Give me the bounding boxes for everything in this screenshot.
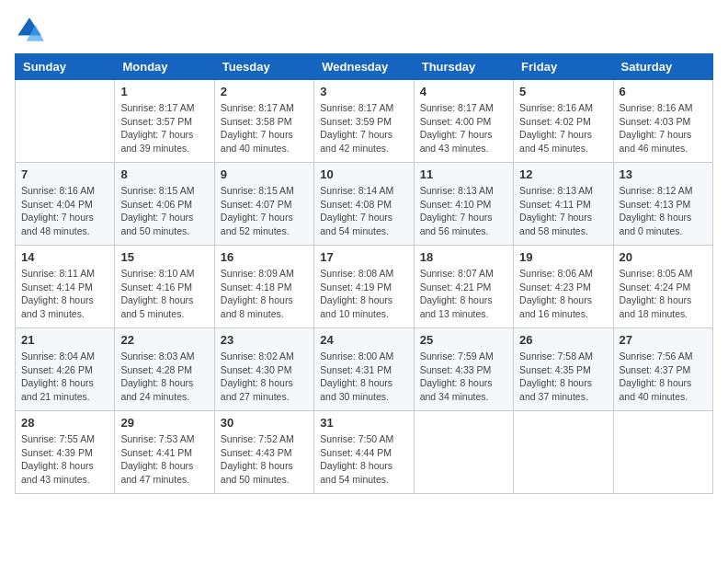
cell-content: Sunrise: 8:02 AMSunset: 4:30 PMDaylight:…: [221, 350, 308, 404]
calendar-cell: 24 Sunrise: 8:00 AMSunset: 4:31 PMDaylig…: [314, 328, 414, 411]
day-number: 30: [221, 416, 308, 430]
logo-icon: [15, 15, 44, 44]
calendar-cell: 10 Sunrise: 8:14 AMSunset: 4:08 PMDaylig…: [314, 163, 414, 246]
calendar-cell: 15 Sunrise: 8:10 AMSunset: 4:16 PMDaylig…: [115, 246, 214, 328]
calendar-cell: 25 Sunrise: 7:59 AMSunset: 4:33 PMDaylig…: [414, 328, 513, 411]
day-number: 29: [120, 416, 208, 430]
cell-content: Sunrise: 8:05 AMSunset: 4:24 PMDaylight:…: [620, 267, 707, 321]
calendar-cell: 2 Sunrise: 8:17 AMSunset: 3:58 PMDayligh…: [214, 80, 313, 163]
calendar-cell: 3 Sunrise: 8:17 AMSunset: 3:59 PMDayligh…: [314, 80, 414, 163]
calendar-header-row: SundayMondayTuesdayWednesdayThursdayFrid…: [16, 54, 713, 80]
calendar-cell: 9 Sunrise: 8:15 AMSunset: 4:07 PMDayligh…: [214, 163, 313, 246]
cell-content: Sunrise: 8:16 AMSunset: 4:04 PMDaylight:…: [21, 184, 108, 238]
cell-content: Sunrise: 7:55 AMSunset: 4:39 PMDaylight:…: [21, 432, 108, 487]
calendar-cell: [514, 411, 613, 494]
calendar-cell: 27 Sunrise: 7:56 AMSunset: 4:37 PMDaylig…: [613, 328, 712, 411]
calendar-header-tuesday: Tuesday: [214, 54, 313, 80]
cell-content: Sunrise: 8:15 AMSunset: 4:07 PMDaylight:…: [221, 184, 308, 238]
calendar-header-monday: Monday: [115, 54, 214, 80]
day-number: 23: [221, 333, 308, 347]
day-number: 8: [120, 167, 208, 181]
cell-content: Sunrise: 7:56 AMSunset: 4:37 PMDaylight:…: [620, 350, 707, 404]
calendar-cell: 7 Sunrise: 8:16 AMSunset: 4:04 PMDayligh…: [16, 163, 115, 246]
cell-content: Sunrise: 8:15 AMSunset: 4:06 PMDaylight:…: [120, 184, 208, 238]
day-number: 15: [120, 250, 208, 264]
calendar-cell: 5 Sunrise: 8:16 AMSunset: 4:02 PMDayligh…: [514, 80, 613, 163]
cell-content: Sunrise: 7:58 AMSunset: 4:35 PMDaylight:…: [519, 350, 607, 404]
calendar-cell: [16, 80, 115, 163]
calendar-cell: 28 Sunrise: 7:55 AMSunset: 4:39 PMDaylig…: [16, 411, 115, 494]
cell-content: Sunrise: 8:17 AMSunset: 4:00 PMDaylight:…: [420, 101, 507, 155]
day-number: 9: [221, 167, 308, 181]
calendar-cell: 20 Sunrise: 8:05 AMSunset: 4:24 PMDaylig…: [613, 246, 712, 328]
cell-content: Sunrise: 8:06 AMSunset: 4:23 PMDaylight:…: [519, 267, 607, 321]
day-number: 16: [221, 250, 308, 264]
cell-content: Sunrise: 8:12 AMSunset: 4:13 PMDaylight:…: [620, 184, 707, 238]
cell-content: Sunrise: 7:53 AMSunset: 4:41 PMDaylight:…: [120, 432, 208, 487]
calendar-cell: 14 Sunrise: 8:11 AMSunset: 4:14 PMDaylig…: [16, 246, 115, 328]
calendar-cell: 29 Sunrise: 7:53 AMSunset: 4:41 PMDaylig…: [115, 411, 214, 494]
day-number: 26: [519, 333, 607, 347]
cell-content: Sunrise: 8:08 AMSunset: 4:19 PMDaylight:…: [320, 267, 407, 321]
day-number: 21: [21, 333, 108, 347]
calendar-cell: 23 Sunrise: 8:02 AMSunset: 4:30 PMDaylig…: [214, 328, 313, 411]
day-number: 12: [519, 167, 607, 181]
calendar-cell: 12 Sunrise: 8:13 AMSunset: 4:11 PMDaylig…: [514, 163, 613, 246]
cell-content: Sunrise: 8:04 AMSunset: 4:26 PMDaylight:…: [21, 350, 108, 404]
day-number: 3: [320, 85, 407, 98]
calendar-week-3: 14 Sunrise: 8:11 AMSunset: 4:14 PMDaylig…: [16, 246, 713, 328]
page-header: [15, 15, 713, 44]
calendar-cell: 31 Sunrise: 7:50 AMSunset: 4:44 PMDaylig…: [314, 411, 414, 494]
calendar-cell: 22 Sunrise: 8:03 AMSunset: 4:28 PMDaylig…: [115, 328, 214, 411]
calendar-week-5: 28 Sunrise: 7:55 AMSunset: 4:39 PMDaylig…: [16, 411, 713, 494]
day-number: 11: [420, 167, 507, 181]
day-number: 2: [221, 85, 308, 98]
cell-content: Sunrise: 8:13 AMSunset: 4:11 PMDaylight:…: [519, 184, 607, 238]
calendar-cell: [613, 411, 712, 494]
calendar-table: SundayMondayTuesdayWednesdayThursdayFrid…: [15, 53, 713, 494]
calendar-cell: 11 Sunrise: 8:13 AMSunset: 4:10 PMDaylig…: [414, 163, 513, 246]
day-number: 7: [21, 167, 108, 181]
calendar-cell: 19 Sunrise: 8:06 AMSunset: 4:23 PMDaylig…: [514, 246, 613, 328]
day-number: 14: [21, 250, 108, 264]
day-number: 4: [420, 85, 507, 98]
day-number: 28: [21, 416, 108, 430]
calendar-cell: 26 Sunrise: 7:58 AMSunset: 4:35 PMDaylig…: [514, 328, 613, 411]
day-number: 5: [519, 85, 607, 98]
cell-content: Sunrise: 8:11 AMSunset: 4:14 PMDaylight:…: [21, 267, 108, 321]
cell-content: Sunrise: 8:13 AMSunset: 4:10 PMDaylight:…: [420, 184, 507, 238]
calendar-cell: 30 Sunrise: 7:52 AMSunset: 4:43 PMDaylig…: [214, 411, 313, 494]
day-number: 22: [120, 333, 208, 347]
calendar-header-wednesday: Wednesday: [314, 54, 414, 80]
cell-content: Sunrise: 8:09 AMSunset: 4:18 PMDaylight:…: [221, 267, 308, 321]
day-number: 1: [120, 85, 208, 98]
cell-content: Sunrise: 8:00 AMSunset: 4:31 PMDaylight:…: [320, 350, 407, 404]
calendar-cell: 1 Sunrise: 8:17 AMSunset: 3:57 PMDayligh…: [115, 80, 214, 163]
day-number: 25: [420, 333, 507, 347]
cell-content: Sunrise: 7:50 AMSunset: 4:44 PMDaylight:…: [320, 432, 407, 487]
cell-content: Sunrise: 8:16 AMSunset: 4:03 PMDaylight:…: [620, 101, 707, 155]
cell-content: Sunrise: 7:59 AMSunset: 4:33 PMDaylight:…: [420, 350, 507, 404]
calendar-cell: 13 Sunrise: 8:12 AMSunset: 4:13 PMDaylig…: [613, 163, 712, 246]
calendar-cell: 21 Sunrise: 8:04 AMSunset: 4:26 PMDaylig…: [16, 328, 115, 411]
cell-content: Sunrise: 8:16 AMSunset: 4:02 PMDaylight:…: [519, 101, 607, 155]
cell-content: Sunrise: 7:52 AMSunset: 4:43 PMDaylight:…: [221, 432, 308, 487]
logo: [15, 15, 48, 44]
calendar-cell: 16 Sunrise: 8:09 AMSunset: 4:18 PMDaylig…: [214, 246, 313, 328]
calendar-week-4: 21 Sunrise: 8:04 AMSunset: 4:26 PMDaylig…: [16, 328, 713, 411]
calendar-header-saturday: Saturday: [613, 54, 712, 80]
day-number: 6: [620, 85, 707, 98]
day-number: 31: [320, 416, 407, 430]
cell-content: Sunrise: 8:10 AMSunset: 4:16 PMDaylight:…: [120, 267, 208, 321]
calendar-cell: 18 Sunrise: 8:07 AMSunset: 4:21 PMDaylig…: [414, 246, 513, 328]
cell-content: Sunrise: 8:17 AMSunset: 3:59 PMDaylight:…: [320, 101, 407, 155]
day-number: 19: [519, 250, 607, 264]
cell-content: Sunrise: 8:03 AMSunset: 4:28 PMDaylight:…: [120, 350, 208, 404]
calendar-cell: [414, 411, 513, 494]
day-number: 18: [420, 250, 507, 264]
day-number: 17: [320, 250, 407, 264]
cell-content: Sunrise: 8:14 AMSunset: 4:08 PMDaylight:…: [320, 184, 407, 238]
calendar-cell: 8 Sunrise: 8:15 AMSunset: 4:06 PMDayligh…: [115, 163, 214, 246]
calendar-cell: 4 Sunrise: 8:17 AMSunset: 4:00 PMDayligh…: [414, 80, 513, 163]
cell-content: Sunrise: 8:17 AMSunset: 3:57 PMDaylight:…: [120, 101, 208, 155]
